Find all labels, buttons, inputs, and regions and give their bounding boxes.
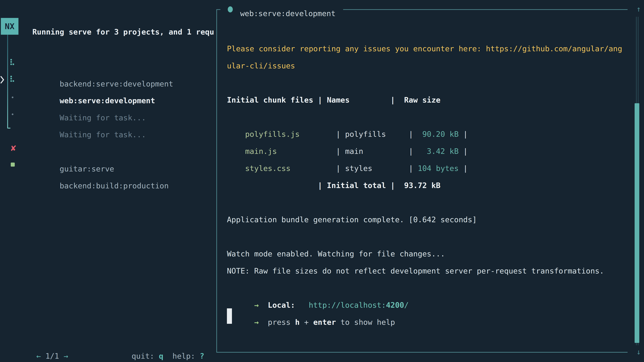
sidebar-title: Running serve for 3 projects, and 1 requ [32,23,216,40]
help-hint-line: → press h + enter to show help [227,297,395,348]
help-key: ? [200,352,204,361]
arrow-bullet-icon: → [254,318,259,327]
nx-terminal-ui: NX Running serve for 3 projects, and 1 r… [0,0,644,362]
scroll-up-icon[interactable]: ↑ [635,5,642,13]
chunk-table-header: Initial chunk files | Names | Raw size [227,91,440,109]
selected-caret-icon [0,76,5,84]
task-label: backend:build:production [60,181,169,190]
failed-x-icon: ✘ [10,144,16,152]
spinner-icon [10,59,14,65]
chunk-file-name: styles.css [245,164,290,173]
keyboard-hints: quit: q help: ? [0,331,204,362]
plus-text: + [300,318,313,327]
task-tree-connector-corner [7,128,10,129]
scroll-down-icon[interactable]: ↓ [635,348,642,356]
bundle-complete-line: Application bundle generation complete. … [227,211,477,228]
pending-dot-icon [12,113,14,115]
nx-logo: NX [1,18,18,35]
panel-left-border [216,9,217,353]
task-item-backend-build[interactable]: backend:build:production [32,160,169,212]
running-status-dot-icon [228,6,233,12]
task-tree-connector-line [7,35,8,128]
table-separator: | [459,164,468,173]
chunk-size: 104 bytes [418,164,459,173]
press-text: press [268,318,295,327]
watch-mode-line: Watch mode enabled. Watching for file ch… [227,245,445,263]
initial-total-row: | Initial total | 93.72 kB [227,177,440,194]
terminal-cursor [227,308,232,324]
note-line: NOTE: Raw file sizes do not reflect deve… [227,263,604,280]
key-h: h [295,318,300,327]
show-help-text: to show help [336,318,395,327]
table-separator: | [290,164,345,173]
task-sidebar: NX Running serve for 3 projects, and 1 r… [0,0,216,362]
spinner-icon [10,76,14,82]
pending-dot-icon [12,96,14,98]
panel-title: web:serve:development [240,5,336,22]
success-square-icon [11,163,15,167]
chunk-name: styles [345,164,372,173]
terminal-line-issue-url-2: ular-cli/issues [227,57,295,74]
scrollbar-thumb[interactable] [634,103,639,343]
panel-top-border-stub [217,9,220,10]
localhost-url-slash[interactable]: / [404,301,409,310]
nx-logo-label: NX [5,22,14,30]
panel-top-border [343,9,628,10]
terminal-line-issue-url-1: Please consider reporting any issues you… [227,40,622,57]
indent [245,318,254,327]
quit-label: quit: [132,352,159,361]
table-separator: | [372,164,418,173]
panel-bottom-border [216,352,628,353]
quit-key: q [159,352,163,361]
gap [259,318,268,327]
help-label: help: [172,352,200,361]
key-enter: enter [313,318,336,327]
hint-gap [163,352,172,361]
task-label: Waiting for task... [60,130,146,139]
